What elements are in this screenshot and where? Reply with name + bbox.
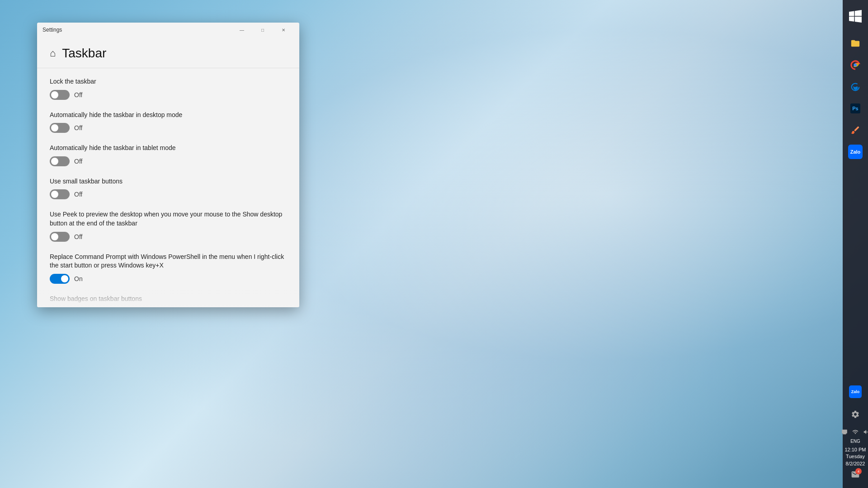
volume-icon-btn[interactable]	[861, 427, 868, 437]
setting-auto-hide-desktop: Automatically hide the taskbar in deskto…	[50, 111, 287, 133]
auto-hide-tablet-thumb	[51, 158, 58, 165]
peek-preview-toggle[interactable]	[50, 232, 70, 242]
date-display: 8/2/2022	[844, 460, 866, 467]
taskbar-icon-gear[interactable]	[846, 405, 864, 423]
monitor-icon-btn[interactable]	[840, 427, 849, 437]
setting-peek-preview: Use Peek to preview the desktop when you…	[50, 210, 287, 241]
windows-logo[interactable]	[846, 7, 864, 25]
settings-window: Settings — □ ✕ ⌂ Taskbar Lock the taskba…	[37, 23, 299, 307]
lock-taskbar-row: Off	[50, 90, 287, 100]
lock-taskbar-label: Lock the taskbar	[50, 77, 287, 86]
close-button[interactable]: ✕	[273, 23, 294, 37]
settings-body: Lock the taskbar Off Automatically hide …	[37, 68, 299, 307]
setting-powershell: Replace Command Prompt with Windows Powe…	[50, 253, 287, 284]
minimize-button[interactable]: —	[231, 23, 252, 37]
lock-taskbar-toggle[interactable]	[50, 90, 70, 100]
auto-hide-tablet-row: Off	[50, 156, 287, 166]
day-display: Tuesday	[844, 453, 866, 460]
taskbar-bottom-area: Zalo ENG	[840, 381, 868, 484]
window-title: Settings	[42, 27, 231, 33]
settings-content: ⌂ Taskbar Lock the taskbar Off Aut	[37, 37, 299, 307]
lock-taskbar-track	[50, 90, 70, 100]
paint-icon	[850, 125, 860, 135]
small-buttons-thumb	[51, 191, 58, 198]
taskbar-icon-zalo-2[interactable]: Zalo	[846, 383, 864, 401]
peek-preview-row: Off	[50, 232, 287, 242]
taskbar-icon-chrome[interactable]	[846, 56, 864, 74]
peek-preview-label: Use Peek to preview the desktop when you…	[50, 210, 287, 228]
taskbar-icon-edge[interactable]	[846, 78, 864, 96]
setting-show-badges: Show badges on taskbar buttons	[50, 295, 287, 304]
language-indicator[interactable]: ENG	[850, 439, 860, 444]
powershell-status: On	[74, 275, 83, 282]
auto-hide-desktop-thumb	[51, 124, 58, 131]
powershell-track	[50, 274, 70, 284]
time-display: 12:10 PM	[844, 446, 866, 453]
gear-icon	[851, 410, 860, 419]
wifi-icon-btn[interactable]	[850, 427, 860, 437]
powershell-row: On	[50, 274, 287, 284]
zalo-icon-1: Zalo	[848, 145, 863, 159]
notification-center[interactable]: 4	[851, 470, 860, 481]
folder-icon	[850, 38, 860, 48]
page-title: Taskbar	[62, 46, 106, 61]
taskbar-icon-photoshop[interactable]: Ps	[846, 99, 864, 117]
page-header: ⌂ Taskbar	[37, 37, 299, 68]
wifi-icon	[852, 429, 859, 435]
peek-preview-track	[50, 232, 70, 242]
maximize-button[interactable]: □	[252, 23, 273, 37]
auto-hide-tablet-status: Off	[74, 158, 82, 165]
window-controls: — □ ✕	[231, 23, 294, 37]
small-buttons-status: Off	[74, 191, 82, 198]
setting-auto-hide-tablet: Automatically hide the taskbar in tablet…	[50, 144, 287, 166]
taskbar-icon-paint[interactable]	[846, 121, 864, 139]
clock-display[interactable]: 12:10 PM Tuesday 8/2/2022	[844, 446, 866, 467]
zalo-icon-2: Zalo	[849, 385, 862, 398]
lock-taskbar-thumb	[51, 91, 58, 99]
setting-lock-taskbar: Lock the taskbar Off	[50, 77, 287, 100]
taskbar-icon-folder[interactable]	[846, 34, 864, 52]
small-buttons-label: Use small taskbar buttons	[50, 177, 287, 186]
edge-icon	[850, 82, 860, 92]
peek-preview-thumb	[51, 233, 58, 240]
powershell-thumb	[61, 275, 68, 282]
monitor-icon	[841, 429, 848, 435]
system-tray	[840, 427, 868, 437]
small-buttons-toggle[interactable]	[50, 189, 70, 199]
small-buttons-row: Off	[50, 189, 287, 199]
auto-hide-tablet-track	[50, 156, 70, 166]
auto-hide-desktop-toggle[interactable]	[50, 123, 70, 133]
auto-hide-tablet-label: Automatically hide the taskbar in tablet…	[50, 144, 287, 153]
auto-hide-desktop-label: Automatically hide the taskbar in deskto…	[50, 111, 287, 120]
powershell-label: Replace Command Prompt with Windows Powe…	[50, 253, 287, 270]
auto-hide-desktop-track	[50, 123, 70, 133]
auto-hide-tablet-toggle[interactable]	[50, 156, 70, 166]
taskbar: Ps Zalo Zalo	[843, 0, 868, 488]
window-titlebar: Settings — □ ✕	[37, 23, 299, 37]
powershell-toggle[interactable]	[50, 274, 70, 284]
taskbar-icon-zalo-1[interactable]: Zalo	[846, 143, 864, 161]
small-buttons-track	[50, 189, 70, 199]
home-icon: ⌂	[50, 47, 56, 59]
notification-count: 4	[855, 468, 862, 474]
auto-hide-desktop-status: Off	[74, 124, 82, 131]
ps-icon: Ps	[850, 103, 860, 113]
volume-icon	[863, 429, 868, 435]
windows-logo-icon	[849, 10, 862, 23]
peek-preview-status: Off	[74, 233, 82, 240]
auto-hide-desktop-row: Off	[50, 123, 287, 133]
svg-point-1	[854, 64, 857, 66]
show-badges-label: Show badges on taskbar buttons	[50, 295, 287, 304]
setting-small-buttons: Use small taskbar buttons Off	[50, 177, 287, 200]
lock-taskbar-status: Off	[74, 91, 82, 99]
chrome-icon	[850, 60, 860, 70]
